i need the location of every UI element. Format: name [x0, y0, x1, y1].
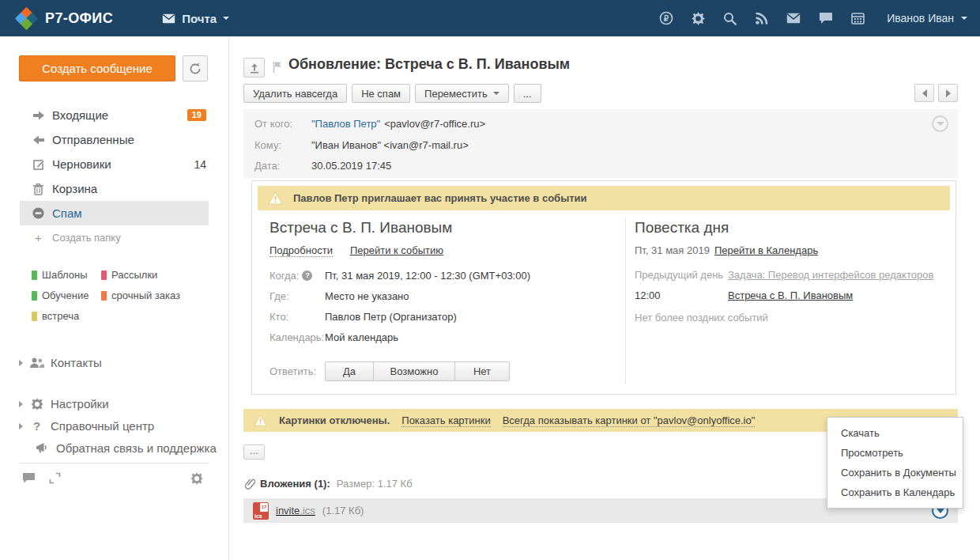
chevron-right-icon	[19, 423, 23, 429]
agenda-title: Повестка дня	[635, 219, 948, 236]
ics-file-icon-day: 17	[260, 503, 268, 512]
previous-message-button[interactable]	[914, 84, 934, 102]
menu-item-save-to-calendar[interactable]: Сохранить в Календарь	[827, 482, 963, 502]
menu-item-preview[interactable]: Просмотреть	[827, 443, 963, 463]
sidebar-item-settings[interactable]: Настройки	[19, 397, 109, 411]
folder-drafts[interactable]: Черновики 14	[0, 152, 229, 176]
contacts-icon	[29, 357, 44, 369]
triangle-right-icon	[946, 89, 951, 97]
help-icon[interactable]: ?	[302, 271, 312, 281]
folder-label: Входящие	[52, 108, 108, 122]
tag-item[interactable]: Обучение	[32, 289, 101, 301]
nav-label: Справочный центр	[51, 419, 154, 433]
tag-label: Обучение	[42, 289, 89, 301]
nav-label: Настройки	[51, 397, 109, 411]
tag-item[interactable]: срочный заказ	[101, 289, 215, 301]
tag-item[interactable]: Рассылки	[101, 269, 215, 281]
event-calendar-row: Календарь: Мой календарь	[270, 331, 617, 352]
chat-icon[interactable]	[819, 12, 833, 25]
reply-yes-button[interactable]: Да	[325, 361, 374, 381]
event-details-link[interactable]: Подробности	[270, 244, 333, 257]
chevron-down-icon	[961, 17, 967, 20]
chevron-down-icon	[937, 509, 944, 513]
module-label: Почта	[182, 12, 217, 25]
tag-label: встреча	[42, 310, 79, 322]
sidebar-item-help-center[interactable]: ? Справочный центр	[19, 419, 154, 433]
message-toolbar: Удалить навсегда Не спам Переместить ...	[243, 84, 541, 103]
folder-label: Корзина	[52, 182, 97, 195]
more-actions-button[interactable]: ...	[514, 84, 541, 103]
tag-color-swatch	[101, 291, 107, 301]
attachments-label: Вложения (1):	[260, 478, 330, 490]
goto-calendar-link[interactable]: Перейти в Календарь	[714, 244, 818, 256]
paperclip-icon	[245, 478, 255, 490]
agenda-item-link[interactable]: Встреча с В. П. Ивановым	[728, 289, 853, 310]
r7-office-logo[interactable]: Р7-ОФИС	[16, 8, 113, 29]
folder-inbox[interactable]: Входящие 19	[0, 103, 229, 127]
move-button[interactable]: Переместить	[415, 84, 509, 103]
agenda-item-link[interactable]: Задача: Перевод интерфейсов редакторов	[728, 269, 933, 289]
refresh-button[interactable]	[183, 55, 208, 81]
folder-label: Черновики	[52, 157, 111, 171]
message-headers-panel: От кого: "Павлов Петр" <pavlov@r7-office…	[243, 109, 958, 178]
user-menu[interactable]: Иванов Иван	[887, 12, 967, 25]
quoted-text-toggle[interactable]: ...	[243, 445, 265, 460]
reply-maybe-button[interactable]: Возможно	[373, 361, 455, 381]
tag-label: Рассылки	[111, 269, 157, 281]
reply-no-button[interactable]: Нет	[454, 361, 510, 381]
tag-color-swatch	[32, 291, 37, 301]
flag-icon[interactable]	[273, 61, 282, 73]
expand-view-icon[interactable]	[49, 472, 61, 484]
event-when-row: Когда:? Пт, 31 мая 2019, 12:00 - 12:30 (…	[270, 270, 617, 290]
agenda-date-row: Пт, 31 мая 2019 Перейти в Календарь	[635, 244, 948, 256]
calendar-icon[interactable]	[851, 12, 865, 25]
warning-icon	[254, 414, 267, 426]
folder-label: Спам	[52, 206, 82, 220]
from-name-link[interactable]: "Павлов Петр"	[311, 118, 380, 130]
feed-icon[interactable]	[755, 12, 768, 25]
brand-title: Р7-ОФИС	[45, 10, 113, 27]
panel-settings-gear-icon[interactable]	[190, 472, 203, 485]
folder-trash[interactable]: Корзина	[0, 176, 229, 201]
topbar-icon-group: ₽	[659, 11, 865, 25]
not-spam-button[interactable]: Не спам	[352, 84, 410, 103]
back-to-list-button[interactable]	[243, 58, 265, 78]
sidebar-item-contacts[interactable]: Контакты	[19, 356, 102, 369]
search-icon[interactable]	[723, 12, 737, 25]
sidebar-item-feedback[interactable]: Обратная связь и поддержка	[35, 441, 217, 455]
support-chat-icon[interactable]	[22, 472, 36, 484]
megaphone-icon	[35, 442, 50, 454]
menu-item-download[interactable]: Скачать	[827, 423, 963, 443]
collapse-headers-toggle[interactable]	[932, 115, 948, 132]
calendar-label: Календарь:	[270, 331, 324, 343]
folder-spam[interactable]: Спам	[20, 201, 209, 225]
who-value: Павлов Петр (Организатор)	[325, 311, 457, 323]
module-selector-mail[interactable]: Почта	[162, 12, 229, 25]
payments-icon[interactable]: ₽	[659, 11, 673, 25]
mail-icon[interactable]	[786, 13, 801, 24]
tag-item[interactable]: Шаблоны	[32, 269, 101, 281]
next-message-button[interactable]	[938, 84, 958, 102]
menu-item-save-to-documents[interactable]: Сохранить в Документы	[827, 463, 963, 482]
show-images-link[interactable]: Показать картинки	[401, 414, 490, 427]
attachments-size: Размер: 1.17 Кб	[337, 478, 413, 490]
attachment-file-ext: .ics	[300, 505, 315, 516]
chevron-down-icon	[493, 92, 499, 95]
mail-app-page: Р7-ОФИС Почта ₽	[0, 0, 980, 560]
attachment-file-link[interactable]: invite.ics	[276, 505, 315, 516]
settings-icon[interactable]	[692, 12, 705, 25]
images-banner-title: Картинки отключены.	[279, 414, 390, 426]
warning-icon	[268, 191, 283, 205]
folder-sent[interactable]: Отправленные	[0, 127, 229, 152]
drafts-edit-icon	[32, 158, 45, 171]
compose-message-button[interactable]: Создать сообщение	[19, 55, 175, 81]
always-show-images-link[interactable]: Всегда показывать картинки от "pavlov@on…	[503, 414, 756, 427]
tag-item[interactable]: встреча	[32, 310, 101, 322]
move-button-label: Переместить	[424, 88, 488, 100]
folder-list: Входящие 19 Отправленные Черновики 14 Ко…	[0, 103, 229, 250]
goto-event-link[interactable]: Перейти к событию	[350, 244, 443, 257]
tag-color-swatch	[101, 271, 107, 280]
chevron-right-icon	[19, 401, 23, 407]
delete-forever-button[interactable]: Удалить навсегда	[243, 84, 347, 103]
create-folder-button[interactable]: + Создать папку	[0, 225, 229, 250]
